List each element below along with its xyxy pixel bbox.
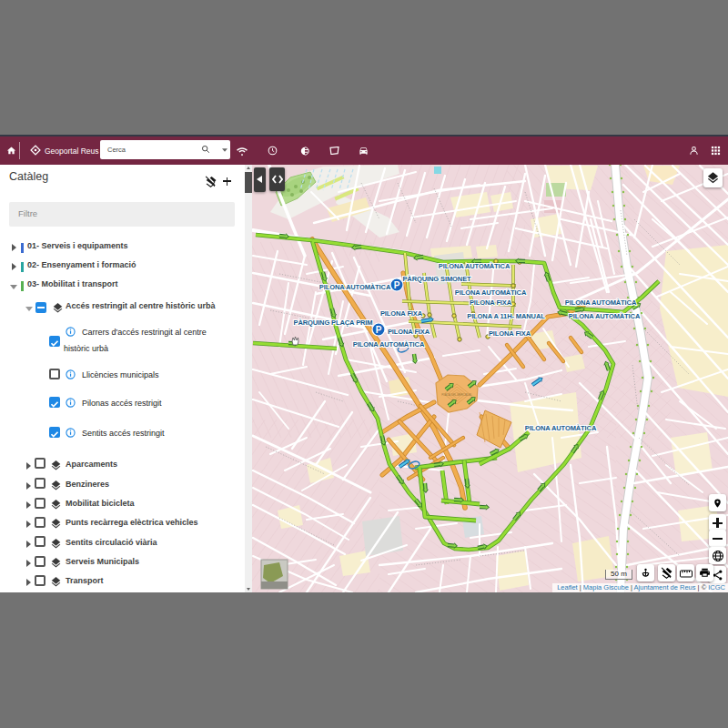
svg-text:PILONA AUTOMÀTICA: PILONA AUTOMÀTICA (319, 283, 391, 291)
svg-text:PILONA AUTOMÀTICA: PILONA AUTOMÀTICA (569, 312, 641, 320)
svg-text:PÀRQUING PLAÇA PRIM: PÀRQUING PLAÇA PRIM (294, 318, 373, 327)
svg-text:P: P (394, 280, 400, 290)
svg-text:PILONA AUTOMÀTICA: PILONA AUTOMÀTICA (353, 340, 425, 349)
svg-text:PILONA AUTOMÀTICA: PILONA AUTOMÀTICA (565, 298, 637, 307)
svg-text:PILONA FIXA: PILONA FIXA (380, 309, 423, 318)
svg-text:PILONA AUTOMÀTICA: PILONA AUTOMÀTICA (525, 424, 597, 432)
svg-text:P: P (376, 325, 382, 335)
svg-text:PILONA FIXA: PILONA FIXA (388, 328, 430, 336)
svg-text:PÀRQUING SIMONET: PÀRQUING SIMONET (402, 275, 471, 283)
svg-text:PLACA DEL MERCADAL: PLACA DEL MERCADAL (441, 393, 472, 397)
svg-text:PILONA FIXA: PILONA FIXA (489, 329, 531, 338)
svg-text:PILONA AUTOMÀTICA: PILONA AUTOMÀTICA (439, 262, 511, 270)
svg-text:PILONA A 11H- MANUAL: PILONA A 11H- MANUAL (467, 312, 545, 320)
svg-text:PILONA FIXA: PILONA FIXA (470, 298, 512, 307)
svg-text:PILONA AUTOMÀTICA: PILONA AUTOMÀTICA (455, 288, 527, 297)
